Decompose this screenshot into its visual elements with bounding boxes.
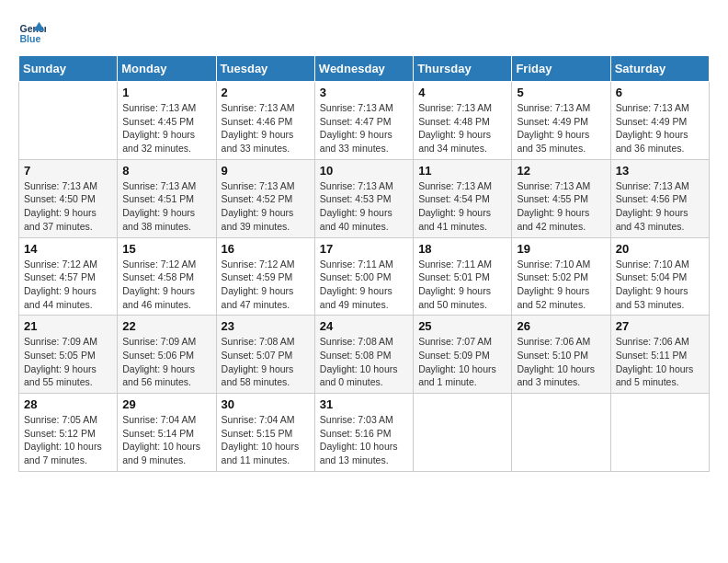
calendar-header-row: SundayMondayTuesdayWednesdayThursdayFrid… <box>19 56 710 82</box>
day-info: Sunrise: 7:13 AMSunset: 4:54 PMDaylight:… <box>418 179 506 234</box>
calendar-cell <box>512 394 610 472</box>
day-number: 30 <box>222 397 310 411</box>
day-number: 23 <box>222 319 310 333</box>
day-info: Sunrise: 7:13 AMSunset: 4:56 PMDaylight:… <box>616 179 704 234</box>
day-number: 3 <box>320 86 408 99</box>
column-header-saturday: Saturday <box>610 56 709 82</box>
day-number: 15 <box>122 242 210 256</box>
calendar-cell: 22Sunrise: 7:09 AMSunset: 5:06 PMDayligh… <box>118 316 216 394</box>
day-number: 9 <box>222 164 310 178</box>
day-number: 26 <box>517 319 605 333</box>
calendar-cell: 21Sunrise: 7:09 AMSunset: 5:05 PMDayligh… <box>19 316 118 394</box>
calendar-cell: 24Sunrise: 7:08 AMSunset: 5:08 PMDayligh… <box>314 316 413 394</box>
day-info: Sunrise: 7:03 AMSunset: 5:16 PMDaylight:… <box>320 413 408 467</box>
calendar-cell: 6Sunrise: 7:13 AMSunset: 4:49 PMDaylight… <box>610 82 709 160</box>
calendar-cell: 13Sunrise: 7:13 AMSunset: 4:56 PMDayligh… <box>610 159 709 237</box>
day-info: Sunrise: 7:13 AMSunset: 4:47 PMDaylight:… <box>320 101 408 155</box>
column-header-monday: Monday <box>118 56 216 82</box>
calendar-cell: 14Sunrise: 7:12 AMSunset: 4:57 PMDayligh… <box>19 237 118 316</box>
day-info: Sunrise: 7:13 AMSunset: 4:49 PMDaylight:… <box>517 101 605 155</box>
calendar-week-row: 28Sunrise: 7:05 AMSunset: 5:12 PMDayligh… <box>19 394 710 472</box>
column-header-wednesday: Wednesday <box>314 56 413 82</box>
day-info: Sunrise: 7:09 AMSunset: 5:06 PMDaylight:… <box>122 335 210 389</box>
calendar-cell: 12Sunrise: 7:13 AMSunset: 4:55 PMDayligh… <box>512 159 610 237</box>
day-info: Sunrise: 7:09 AMSunset: 5:05 PMDaylight:… <box>24 335 112 389</box>
day-number: 19 <box>517 242 605 256</box>
calendar-cell: 16Sunrise: 7:12 AMSunset: 4:59 PMDayligh… <box>216 237 314 316</box>
logo: General Blue <box>18 18 50 46</box>
calendar-cell <box>414 394 512 472</box>
day-number: 25 <box>418 319 506 333</box>
day-info: Sunrise: 7:13 AMSunset: 4:49 PMDaylight:… <box>616 101 704 155</box>
day-number: 22 <box>122 319 210 333</box>
calendar-cell: 17Sunrise: 7:11 AMSunset: 5:00 PMDayligh… <box>314 237 413 316</box>
calendar-cell <box>19 82 118 160</box>
calendar-cell: 27Sunrise: 7:06 AMSunset: 5:11 PMDayligh… <box>610 316 709 394</box>
calendar-cell: 20Sunrise: 7:10 AMSunset: 5:04 PMDayligh… <box>610 237 709 316</box>
day-info: Sunrise: 7:13 AMSunset: 4:46 PMDaylight:… <box>222 101 310 155</box>
day-number: 1 <box>122 86 210 99</box>
day-number: 31 <box>320 397 408 411</box>
day-number: 21 <box>24 319 112 333</box>
day-number: 17 <box>320 242 408 256</box>
day-info: Sunrise: 7:13 AMSunset: 4:51 PMDaylight:… <box>122 179 210 234</box>
calendar-cell: 2Sunrise: 7:13 AMSunset: 4:46 PMDaylight… <box>216 82 314 160</box>
day-info: Sunrise: 7:11 AMSunset: 5:01 PMDaylight:… <box>418 258 506 312</box>
day-info: Sunrise: 7:13 AMSunset: 4:52 PMDaylight:… <box>222 179 310 234</box>
day-info: Sunrise: 7:12 AMSunset: 4:58 PMDaylight:… <box>122 258 210 312</box>
day-info: Sunrise: 7:04 AMSunset: 5:15 PMDaylight:… <box>222 413 310 467</box>
page-header: General Blue <box>18 18 710 46</box>
day-number: 18 <box>418 242 506 256</box>
logo-icon: General Blue <box>18 18 46 46</box>
calendar-cell: 4Sunrise: 7:13 AMSunset: 4:48 PMDaylight… <box>414 82 512 160</box>
day-info: Sunrise: 7:12 AMSunset: 4:57 PMDaylight:… <box>24 258 112 312</box>
calendar-cell: 30Sunrise: 7:04 AMSunset: 5:15 PMDayligh… <box>216 394 314 472</box>
day-info: Sunrise: 7:13 AMSunset: 4:50 PMDaylight:… <box>24 179 112 234</box>
day-number: 8 <box>122 164 210 178</box>
calendar-week-row: 21Sunrise: 7:09 AMSunset: 5:05 PMDayligh… <box>19 316 710 394</box>
day-number: 14 <box>24 242 112 256</box>
day-info: Sunrise: 7:13 AMSunset: 4:45 PMDaylight:… <box>122 101 210 155</box>
day-number: 10 <box>320 164 408 178</box>
calendar-cell: 3Sunrise: 7:13 AMSunset: 4:47 PMDaylight… <box>314 82 413 160</box>
calendar-cell: 26Sunrise: 7:06 AMSunset: 5:10 PMDayligh… <box>512 316 610 394</box>
day-info: Sunrise: 7:08 AMSunset: 5:07 PMDaylight:… <box>222 335 310 389</box>
calendar-cell: 31Sunrise: 7:03 AMSunset: 5:16 PMDayligh… <box>314 394 413 472</box>
calendar-cell: 19Sunrise: 7:10 AMSunset: 5:02 PMDayligh… <box>512 237 610 316</box>
day-number: 24 <box>320 319 408 333</box>
calendar-week-row: 14Sunrise: 7:12 AMSunset: 4:57 PMDayligh… <box>19 237 710 316</box>
day-info: Sunrise: 7:05 AMSunset: 5:12 PMDaylight:… <box>24 413 112 467</box>
day-info: Sunrise: 7:07 AMSunset: 5:09 PMDaylight:… <box>418 335 506 389</box>
calendar-table: SundayMondayTuesdayWednesdayThursdayFrid… <box>18 55 710 472</box>
day-number: 7 <box>24 164 112 178</box>
day-info: Sunrise: 7:10 AMSunset: 5:04 PMDaylight:… <box>616 258 704 312</box>
day-number: 2 <box>222 86 310 99</box>
day-info: Sunrise: 7:13 AMSunset: 4:48 PMDaylight:… <box>418 101 506 155</box>
day-number: 12 <box>517 164 605 178</box>
day-info: Sunrise: 7:08 AMSunset: 5:08 PMDaylight:… <box>320 335 408 389</box>
calendar-cell: 10Sunrise: 7:13 AMSunset: 4:53 PMDayligh… <box>314 159 413 237</box>
day-number: 13 <box>616 164 704 178</box>
day-info: Sunrise: 7:10 AMSunset: 5:02 PMDaylight:… <box>517 258 605 312</box>
column-header-friday: Friday <box>512 56 610 82</box>
day-info: Sunrise: 7:11 AMSunset: 5:00 PMDaylight:… <box>320 258 408 312</box>
day-info: Sunrise: 7:12 AMSunset: 4:59 PMDaylight:… <box>222 258 310 312</box>
day-info: Sunrise: 7:04 AMSunset: 5:14 PMDaylight:… <box>122 413 210 467</box>
day-number: 27 <box>616 319 704 333</box>
day-info: Sunrise: 7:13 AMSunset: 4:55 PMDaylight:… <box>517 179 605 234</box>
column-header-thursday: Thursday <box>414 56 512 82</box>
calendar-cell: 1Sunrise: 7:13 AMSunset: 4:45 PMDaylight… <box>118 82 216 160</box>
calendar-cell: 7Sunrise: 7:13 AMSunset: 4:50 PMDaylight… <box>19 159 118 237</box>
calendar-week-row: 1Sunrise: 7:13 AMSunset: 4:45 PMDaylight… <box>19 82 710 160</box>
day-number: 6 <box>616 86 704 99</box>
calendar-cell: 5Sunrise: 7:13 AMSunset: 4:49 PMDaylight… <box>512 82 610 160</box>
day-number: 29 <box>122 397 210 411</box>
day-info: Sunrise: 7:13 AMSunset: 4:53 PMDaylight:… <box>320 179 408 234</box>
day-number: 16 <box>222 242 310 256</box>
calendar-cell: 25Sunrise: 7:07 AMSunset: 5:09 PMDayligh… <box>414 316 512 394</box>
day-info: Sunrise: 7:06 AMSunset: 5:10 PMDaylight:… <box>517 335 605 389</box>
calendar-cell: 8Sunrise: 7:13 AMSunset: 4:51 PMDaylight… <box>118 159 216 237</box>
calendar-week-row: 7Sunrise: 7:13 AMSunset: 4:50 PMDaylight… <box>19 159 710 237</box>
column-header-tuesday: Tuesday <box>216 56 314 82</box>
day-info: Sunrise: 7:06 AMSunset: 5:11 PMDaylight:… <box>616 335 704 389</box>
